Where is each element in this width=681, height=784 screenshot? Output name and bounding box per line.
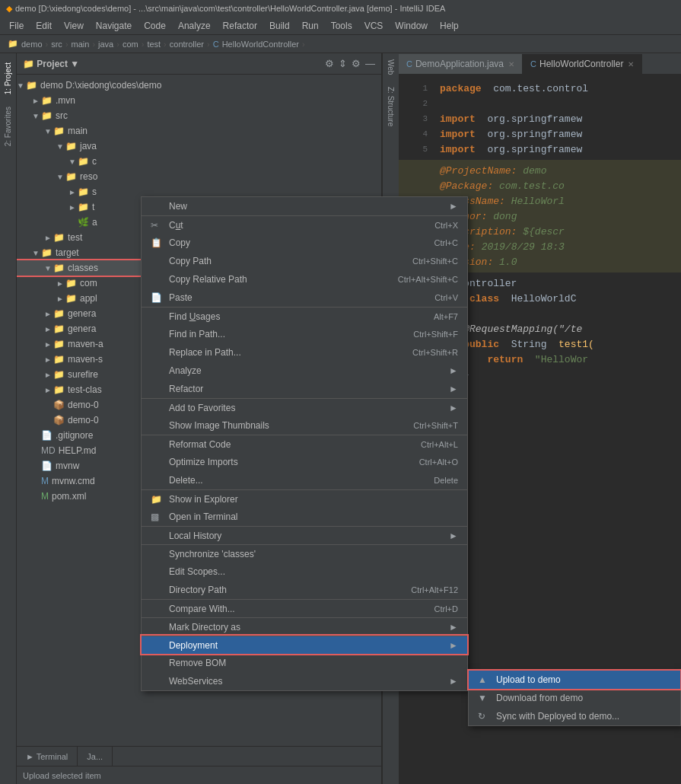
tree-t-label: t [92,202,94,212]
cm-compare-with[interactable]: Compare With... Ctrl+D [142,599,467,617]
breadcrumb-main[interactable]: main [72,40,90,49]
class-icon: C [213,40,219,49]
gear-icon[interactable]: ⚙ [352,58,361,69]
menu-run[interactable]: Run [296,19,325,33]
menu-vcs[interactable]: VCS [358,19,390,33]
breadcrumb-demo[interactable]: demo [21,40,43,49]
tree-root[interactable]: ▼ 📁 demo D:\xiedong\codes\demo [17,78,381,93]
tree-surefire-label: surefire [68,369,98,380]
menu-build[interactable]: Build [263,19,296,33]
breadcrumb-test[interactable]: test [147,40,161,49]
code-line-2: 2 [399,96,681,111]
cm-refactor-arrow: ► [449,384,458,394]
right-tab-structure[interactable]: Z: Structure [385,81,396,132]
code-line-4: 4 import org.springframew [399,126,681,142]
cm-add-favorites[interactable]: Add to Favorites ► [142,398,467,416]
cm-find-in-path[interactable]: Find in Path... Ctrl+Shift+F [142,325,467,343]
menu-view[interactable]: View [58,19,90,33]
bottom-tab-terminal[interactable]: ► Terminal [17,747,78,766]
cm-explorer-icon: 📁 [151,494,166,505]
tab-close-hello[interactable]: ✕ [628,60,634,69]
cm-image-thumbnails[interactable]: Show Image Thumbnails Ctrl+Shift+T [142,416,467,435]
menu-analyze[interactable]: Analyze [172,19,217,33]
cm-refactor[interactable]: Refactor ► [142,380,467,398]
folder-icon: 📁 [26,80,37,91]
cm-webservices[interactable]: WebServices ► [142,672,467,690]
status-bar: Upload selected item [17,766,381,784]
minimize-icon[interactable]: — [365,58,375,69]
breadcrumb-src[interactable]: src [51,40,62,49]
tree-appl-label: appl [80,293,97,304]
cm-optimize-imports[interactable]: Optimize Imports Ctrl+Alt+O [142,453,467,471]
cm-deployment[interactable]: Deployment ► [142,636,467,654]
cm-reformat[interactable]: Reformat Code Ctrl+Alt+L [142,435,467,453]
menu-help[interactable]: Help [434,19,465,33]
tree-genera2-label: genera [68,323,96,334]
breadcrumb-java[interactable]: java [98,40,113,49]
breadcrumb-class[interactable]: HelloWorldController [222,40,299,49]
bottom-tab-java[interactable]: Ja... [78,747,113,766]
cm-open-terminal[interactable]: ▩ Open in Terminal [142,508,467,526]
tree-mvn[interactable]: ► 📁 .mvn [17,93,381,108]
tree-test-clas-label: test-clas [68,384,102,395]
cm-directory-path[interactable]: Directory Path Ctrl+Alt+F12 [142,581,467,599]
right-tab-web[interactable]: Web [385,53,396,81]
cm-paste-icon: 📄 [151,292,166,303]
tree-java[interactable]: ▼ 📁 java [17,139,381,154]
breadcrumb-icon: 📁 [8,39,18,49]
menu-navigate[interactable]: Navigate [90,19,138,33]
menu-file[interactable]: File [3,19,30,33]
tab-demo-application[interactable]: C DemoApplication.java ✕ [399,54,523,74]
cm-local-history[interactable]: Local History ► [142,526,467,544]
tab-hello-label: HelloWorldController [539,59,623,69]
tree-help-label: HELP.md [59,445,97,456]
breadcrumb-controller[interactable]: controller [170,40,204,49]
tree-c-label: c [92,156,97,167]
settings-icon[interactable]: ⚙ [325,58,334,69]
cm-mark-directory[interactable]: Mark Directory as ► [142,617,467,636]
submenu-upload[interactable]: ▲ Upload to demo [469,671,680,689]
cm-delete[interactable]: Delete... Delete [142,471,467,489]
tree-src[interactable]: ▼ 📁 src [17,108,381,123]
menu-tools[interactable]: Tools [325,19,358,33]
cm-paste[interactable]: 📄 Paste Ctrl+V [142,288,467,307]
cm-replace-in-path[interactable]: Replace in Path... Ctrl+Shift+R [142,343,467,362]
menu-refactor[interactable]: Refactor [217,19,263,33]
tree-classes-label: classes [68,263,98,273]
breadcrumb-com[interactable]: com [123,40,138,49]
cm-edit-scopes[interactable]: Edit Scopes... [142,563,467,581]
cm-synchronize[interactable]: Synchronize 'classes' [142,544,467,563]
sync-icon: ↻ [478,711,493,722]
cm-remove-bom[interactable]: Remove BOM [142,654,467,672]
tree-c[interactable]: ▼ 📁 c [17,154,381,169]
menu-window[interactable]: Window [389,19,434,33]
tree-maven-a-label: maven-a [68,339,103,349]
sidebar-tab-favorites[interactable]: 2: Favorites [2,100,14,152]
tree-reso[interactable]: ▼ 📁 reso [17,169,381,184]
cm-analyze[interactable]: Analyze ► [142,362,467,380]
left-sidebar-tabs: 1: Project 2: Favorites [0,53,17,784]
submenu-download[interactable]: ▼ Download from demo [469,689,680,707]
cm-show-explorer[interactable]: 📁 Show in Explorer [142,489,467,508]
tree-mvnw-label: mvnw [56,461,79,471]
menu-code[interactable]: Code [138,19,172,33]
expand-icon[interactable]: ⇕ [339,58,347,69]
tree-mvn-label: .mvn [56,95,75,106]
submenu-sync[interactable]: ↻ Sync with Deployed to demo... [469,707,680,725]
code-line-anno2: @Package: com.test.co [399,178,681,193]
tree-main-label: main [68,126,88,136]
cm-new[interactable]: New ► [142,197,467,215]
tab-hello-world[interactable]: C HelloWorldController ✕ [523,54,642,74]
cm-copy-path[interactable]: Copy Path Ctrl+Shift+C [142,252,467,270]
tree-main[interactable]: ▼ 📁 main [17,123,381,139]
menu-edit[interactable]: Edit [30,19,58,33]
cm-copy[interactable]: 📋 Copy Ctrl+C [142,234,467,252]
cm-cut[interactable]: ✂ Cut Ctrl+X [142,215,467,234]
cm-copy-relative-path[interactable]: Copy Relative Path Ctrl+Alt+Shift+C [142,270,467,288]
status-text: Upload selected item [23,771,101,780]
editor-tabs: C DemoApplication.java ✕ C HelloWorldCon… [399,53,681,75]
tab-close-demo[interactable]: ✕ [508,60,514,69]
cm-find-usages[interactable]: Find Usages Alt+F7 [142,307,467,325]
submenu-download-label: Download from demo [496,693,583,703]
sidebar-tab-project[interactable]: 1: Project [2,56,14,100]
